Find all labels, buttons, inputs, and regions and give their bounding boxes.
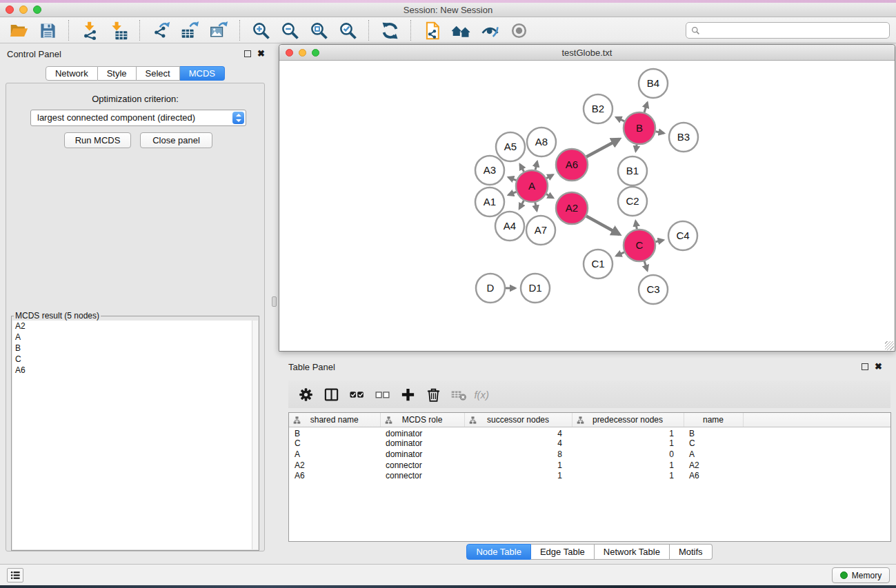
export-table-button[interactable]: [175, 19, 204, 42]
node-A1[interactable]: A1: [475, 187, 504, 216]
table-cell[interactable]: A2: [684, 460, 743, 471]
delete-button[interactable]: [421, 383, 446, 405]
table-cell[interactable]: 4: [464, 438, 572, 449]
node-A6[interactable]: A6: [556, 149, 588, 181]
scrollbar-track[interactable]: [252, 321, 258, 549]
search-input[interactable]: [704, 25, 889, 36]
tab-edge-table[interactable]: Edge Table: [531, 544, 595, 560]
table-cell[interactable]: 8: [464, 449, 572, 460]
node-A8[interactable]: A8: [527, 128, 556, 156]
network-canvas[interactable]: B4B2BB3A8A5A6A3B1AC2A1A2A4A7C4CC1C3DD1: [279, 61, 895, 351]
node-B[interactable]: B: [624, 112, 655, 144]
node-C2[interactable]: C2: [618, 187, 647, 216]
table-cell[interactable]: A: [684, 449, 743, 460]
edge-A2-C[interactable]: [586, 216, 619, 234]
table-cell[interactable]: B: [684, 427, 743, 438]
divider-grip[interactable]: [272, 296, 277, 307]
network-window-titlebar[interactable]: testGlobe.txt: [279, 45, 895, 61]
memory-button[interactable]: Memory: [832, 567, 890, 583]
edge-C-C1[interactable]: [616, 252, 624, 256]
node-A4[interactable]: A4: [495, 212, 524, 241]
edge-A-A6[interactable]: [546, 175, 552, 179]
result-item[interactable]: A6: [12, 365, 258, 376]
session-file-button[interactable]: [417, 19, 446, 42]
home-button[interactable]: [446, 19, 475, 42]
node-C4[interactable]: C4: [668, 221, 697, 250]
edge-B-B3[interactable]: [656, 132, 664, 133]
edge-A-A3[interactable]: [508, 177, 516, 180]
columns-button[interactable]: [319, 383, 344, 405]
result-item[interactable]: B: [12, 343, 258, 354]
table-cell[interactable]: A6: [289, 471, 380, 482]
table-cell[interactable]: 1: [464, 460, 572, 471]
edge-A-A2[interactable]: [546, 194, 553, 198]
table-row[interactable]: A2connector11A2: [289, 460, 890, 471]
gear-button[interactable]: [293, 383, 319, 405]
node-B4[interactable]: B4: [639, 69, 668, 98]
criterion-dropdown[interactable]: largest connected component (directed): [30, 110, 246, 126]
result-item[interactable]: A: [12, 332, 258, 343]
zoom-out-button[interactable]: [275, 19, 304, 42]
export-image-button[interactable]: [204, 19, 233, 42]
table-cell[interactable]: C: [684, 438, 743, 449]
import-table-button[interactable]: [104, 19, 133, 42]
table-cell[interactable]: dominator: [380, 427, 464, 438]
node-B1[interactable]: B1: [618, 156, 647, 185]
node-C[interactable]: C: [624, 230, 655, 261]
eye-button[interactable]: [504, 19, 533, 42]
result-item[interactable]: A2: [12, 321, 258, 332]
tab-style[interactable]: Style: [98, 66, 137, 81]
table-cell[interactable]: 1: [572, 471, 684, 482]
column-header-predecessor-nodes[interactable]: predecessor nodes: [572, 413, 684, 427]
column-header-mcds-role[interactable]: MCDS role: [380, 413, 464, 427]
table-float-panel-icon[interactable]: [862, 363, 868, 370]
export-network-button[interactable]: [146, 19, 175, 42]
node-B2[interactable]: B2: [584, 94, 613, 123]
node-A[interactable]: A: [516, 170, 548, 202]
zoom-actual-button[interactable]: [304, 19, 333, 42]
unselect-all-button[interactable]: [370, 383, 395, 405]
table-cell[interactable]: 4: [464, 427, 572, 438]
mcds-result-list[interactable]: A2ABCA6: [12, 321, 258, 549]
save-button[interactable]: [33, 19, 62, 42]
select-all-button[interactable]: [344, 383, 370, 405]
table-close-panel-icon[interactable]: ✖: [875, 363, 882, 370]
table-cell[interactable]: connector: [380, 471, 464, 482]
table-cell[interactable]: 0: [572, 449, 684, 460]
table-cell[interactable]: C: [289, 438, 380, 449]
table-cell[interactable]: 1: [572, 438, 684, 449]
edge-A-A4[interactable]: [519, 201, 524, 209]
tab-network-table[interactable]: Network Table: [595, 544, 670, 560]
import-network-button[interactable]: [75, 19, 104, 42]
table-cell[interactable]: 1: [572, 460, 684, 471]
edge-A-A1[interactable]: [508, 192, 516, 194]
task-history-button[interactable]: [7, 568, 23, 582]
float-panel-icon[interactable]: [244, 50, 251, 57]
panel-divider[interactable]: [270, 43, 279, 564]
node-A7[interactable]: A7: [526, 216, 555, 245]
table-row[interactable]: Cdominator41C: [289, 438, 890, 449]
table-cell[interactable]: A: [289, 449, 380, 460]
run-mcds-button[interactable]: Run MCDS: [64, 132, 131, 148]
add-button[interactable]: [395, 383, 421, 405]
column-header-shared-name[interactable]: shared name: [289, 413, 380, 427]
node-B3[interactable]: B3: [669, 123, 698, 152]
node-D[interactable]: D: [476, 274, 505, 303]
edge-A-A5[interactable]: [520, 164, 524, 171]
node-C3[interactable]: C3: [639, 275, 668, 304]
tab-network[interactable]: Network: [46, 66, 98, 81]
tab-motifs[interactable]: Motifs: [670, 544, 713, 560]
close-panel-button[interactable]: Close panel: [140, 132, 212, 148]
edge-C-C2[interactable]: [635, 221, 637, 230]
node-C1[interactable]: C1: [584, 250, 613, 278]
tab-mcds[interactable]: MCDS: [180, 66, 225, 81]
table-cell[interactable]: A2: [289, 460, 380, 471]
table-cell[interactable]: B: [289, 427, 380, 438]
table-row[interactable]: Adominator80A: [289, 449, 890, 460]
node-A3[interactable]: A3: [475, 156, 504, 185]
table-row[interactable]: A6connector11A6: [289, 471, 890, 482]
edge-A6-B[interactable]: [586, 139, 619, 157]
edge-A-A7[interactable]: [535, 203, 537, 211]
edge-B-B2[interactable]: [616, 117, 624, 121]
edge-C-C3[interactable]: [644, 261, 647, 270]
